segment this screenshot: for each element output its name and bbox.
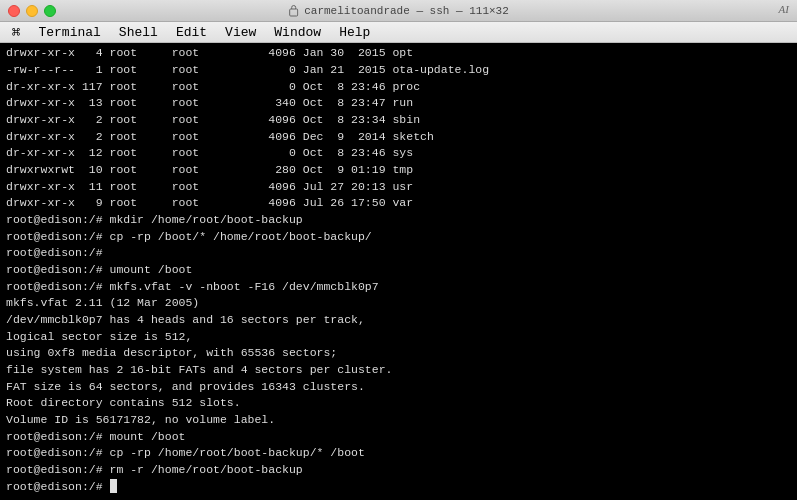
terminal-line: dr-xr-xr-x 117 root root 0 Oct 8 23:46 p… [6, 79, 791, 96]
traffic-lights [8, 5, 56, 17]
lock-icon [288, 4, 298, 17]
terminal-line: root@edison:/# cp -rp /boot/* /home/root… [6, 229, 791, 246]
terminal-line: FAT size is 64 sectors, and provides 163… [6, 379, 791, 396]
terminal-line: using 0xf8 media descriptor, with 65536 … [6, 345, 791, 362]
terminal-line: root@edison:/# [6, 245, 791, 262]
terminal-line: drwxr-xr-x 4 root root 4096 Jan 30 2015 … [6, 45, 791, 62]
minimize-button[interactable] [26, 5, 38, 17]
menu-edit[interactable]: Edit [168, 23, 215, 42]
terminal-line: root@edison:/# cp -rp /home/root/boot-ba… [6, 445, 791, 462]
terminal-line: logical sector size is 512, [6, 329, 791, 346]
terminal-line: drwxr-xr-x 2 root root 4096 Dec 9 2014 s… [6, 129, 791, 146]
window-title: carmelitoandrade — ssh — 111×32 [304, 5, 509, 17]
apple-menu[interactable]: ⌘ [4, 22, 28, 43]
terminal-line: -rw-r--r-- 1 root root 0 Jan 21 2015 ota… [6, 62, 791, 79]
terminal-line: Volume ID is 56171782, no volume label. [6, 412, 791, 429]
terminal-line: dr-xr-xr-x 12 root root 0 Oct 8 23:46 sy… [6, 145, 791, 162]
terminal-line: drwxr-xr-x 2 root root 4096 Oct 8 23:34 … [6, 112, 791, 129]
window: carmelitoandrade — ssh — 111×32 AI ⌘ Ter… [0, 0, 797, 500]
terminal-line: Root directory contains 512 slots. [6, 395, 791, 412]
close-button[interactable] [8, 5, 20, 17]
terminal-line: /dev/mmcblk0p7 has 4 heads and 16 sector… [6, 312, 791, 329]
terminal-cursor [110, 479, 117, 493]
title-bar-center: carmelitoandrade — ssh — 111×32 [288, 4, 509, 17]
ai-badge: AI [779, 3, 789, 15]
title-bar: carmelitoandrade — ssh — 111×32 AI [0, 0, 797, 22]
terminal-line: root@edison:/# rm -r /home/root/boot-bac… [6, 462, 791, 479]
menu-bar: ⌘ Terminal Shell Edit View Window Help [0, 22, 797, 43]
terminal-line: mkfs.vfat 2.11 (12 Mar 2005) [6, 295, 791, 312]
terminal-body[interactable]: drwxr-xr-x 8 root root 4096 Oct 9 01:15 … [0, 43, 797, 500]
terminal-line: drwxr-xr-x 13 root root 340 Oct 8 23:47 … [6, 95, 791, 112]
terminal-line: drwxr-xr-x 9 root root 4096 Jul 26 17:50… [6, 195, 791, 212]
menu-terminal[interactable]: Terminal [30, 23, 108, 42]
menu-window[interactable]: Window [266, 23, 329, 42]
menu-help[interactable]: Help [331, 23, 378, 42]
terminal-line: root@edison:/# [6, 479, 791, 496]
terminal-line: drwxrwxrwt 10 root root 280 Oct 9 01:19 … [6, 162, 791, 179]
terminal-line: drwxr-xr-x 11 root root 4096 Jul 27 20:1… [6, 179, 791, 196]
menu-shell[interactable]: Shell [111, 23, 166, 42]
svg-rect-0 [289, 9, 297, 16]
terminal-line: root@edison:/# mount /boot [6, 429, 791, 446]
terminal-line: file system has 2 16-bit FATs and 4 sect… [6, 362, 791, 379]
terminal-line: root@edison:/# mkdir /home/root/boot-bac… [6, 212, 791, 229]
terminal-line: root@edison:/# mkfs.vfat -v -nboot -F16 … [6, 279, 791, 296]
maximize-button[interactable] [44, 5, 56, 17]
menu-view[interactable]: View [217, 23, 264, 42]
terminal-line: root@edison:/# umount /boot [6, 262, 791, 279]
